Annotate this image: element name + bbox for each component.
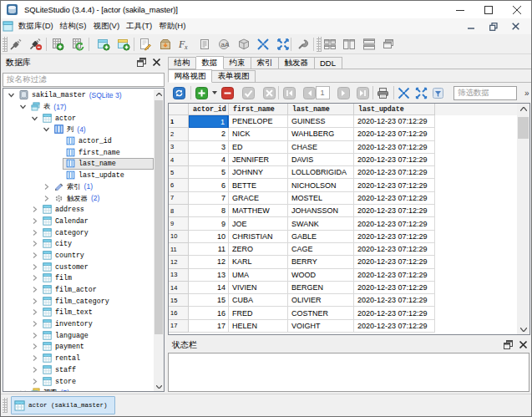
open-sql-editor-button[interactable] (136, 35, 155, 53)
tree-item-列[interactable]: 列(4) (3, 124, 154, 135)
grid-cell[interactable]: 16 (189, 307, 229, 319)
chevron-right-icon[interactable] (31, 332, 38, 339)
chevron-right-icon[interactable] (31, 343, 38, 350)
reload-full-data-button[interactable] (413, 84, 431, 102)
grid-cell[interactable]: 4 (189, 154, 229, 166)
grid-cell[interactable]: 9 (189, 217, 229, 230)
chevron-right-icon[interactable] (31, 297, 38, 305)
grid-cell[interactable]: 2020-12-23 07:12:29 (354, 154, 435, 166)
tab-4[interactable]: 触发器 (279, 57, 315, 69)
mdi-restore-button[interactable] (489, 23, 498, 31)
menu-item-1[interactable]: 结构(S) (57, 21, 90, 32)
grid-cell[interactable]: 2020-12-23 07:12:29 (354, 282, 435, 294)
grid-cell[interactable]: 2020-12-23 07:12:29 (354, 217, 435, 230)
chevron-right-icon[interactable] (31, 263, 38, 271)
add-row-button[interactable] (193, 84, 211, 102)
tree-item-actor_id[interactable]: actor_id (3, 135, 154, 147)
tree-item-country[interactable]: country (3, 250, 154, 262)
grid-cell[interactable]: SWANK (288, 217, 354, 230)
grid-cell[interactable]: JOHANSSON (288, 205, 354, 217)
grid-scrollbar[interactable] (517, 104, 529, 334)
grid-cell[interactable]: ED (229, 141, 288, 154)
tree-item-address[interactable]: address (3, 204, 154, 216)
grid-cell[interactable]: GABLE (288, 231, 354, 243)
grid-cell[interactable]: 2020-12-23 07:12:29 (354, 205, 435, 217)
mdi-tile-horizontal-button[interactable] (340, 35, 359, 53)
grid-cell[interactable]: JOE (229, 217, 288, 230)
tree-item-film_actor[interactable]: film_actor (3, 284, 154, 296)
row-number[interactable]: 13 (169, 269, 189, 282)
chevron-right-icon[interactable] (31, 308, 38, 316)
grid-cell[interactable]: WOOD (288, 269, 354, 282)
disconnect-database-button[interactable] (26, 35, 45, 53)
grid-cell[interactable]: GUINESS (288, 115, 354, 128)
grid-cell[interactable]: 2020-12-23 07:12:29 (354, 269, 435, 282)
grid-cell[interactable]: ZERO (229, 243, 288, 256)
grid-cell[interactable]: 12 (189, 256, 229, 268)
tree-item-Calendar[interactable]: Calendar (3, 216, 154, 227)
grid-cell[interactable]: CHRISTIAN (229, 231, 288, 243)
mdi-cascade-button[interactable] (379, 35, 398, 53)
extensions-button[interactable] (234, 35, 253, 53)
tree-item-language[interactable]: language (3, 329, 154, 341)
row-number[interactable]: 10 (169, 231, 189, 243)
column-header-last_name[interactable]: last_name (288, 104, 354, 115)
grid-cell[interactable]: 2020-12-23 07:12:29 (354, 256, 435, 268)
grid-cell[interactable]: GRACE (229, 192, 288, 205)
grid-cell[interactable]: 5 (189, 166, 229, 179)
mdi-close-button[interactable] (512, 23, 519, 30)
tree-item-rental[interactable]: rental (3, 353, 154, 364)
grid-cell[interactable]: CHASE (288, 141, 354, 154)
mdi-tile-vertical-button[interactable] (359, 35, 378, 53)
grid-cell[interactable]: 1 (189, 115, 229, 128)
grid-cell[interactable]: 10 (189, 231, 229, 243)
row-number[interactable]: 12 (169, 256, 189, 268)
grid-cell[interactable]: 2020-12-23 07:12:29 (354, 294, 435, 307)
taskbar-handle[interactable] (3, 398, 8, 413)
tab-1[interactable]: 数据 (196, 56, 224, 69)
chevron-down-icon[interactable] (31, 114, 38, 122)
row-number[interactable]: 14 (169, 282, 189, 294)
tree-item-staff[interactable]: staff (3, 364, 154, 376)
chevron-right-icon[interactable] (31, 229, 38, 236)
menu-item-4[interactable]: 帮助(H) (155, 21, 189, 32)
data-filter-input[interactable]: 筛选数据 (453, 86, 517, 100)
grid-cell[interactable]: CAGE (288, 243, 354, 256)
tree-item-store[interactable]: store (3, 375, 154, 387)
tree-item-film_text[interactable]: film_text (3, 307, 154, 318)
tree-item-表[interactable]: 表(17) (3, 101, 154, 113)
grid-cell[interactable]: 2020-12-23 07:12:29 (354, 128, 435, 140)
tree-item-actor[interactable]: actor (3, 112, 154, 124)
tree-item-customer[interactable]: customer (3, 261, 154, 272)
column-header-actor_id[interactable]: actor_id (189, 104, 229, 115)
grid-cell[interactable]: 17 (189, 320, 229, 333)
grid-cell[interactable]: 6 (189, 179, 229, 191)
tree-item-索引[interactable]: 索引(1) (3, 181, 154, 193)
row-number[interactable]: 8 (169, 205, 189, 217)
tree-scroll-thumb[interactable] (155, 100, 163, 334)
commit-changes-button[interactable] (240, 84, 258, 102)
grid-cell[interactable]: WAHLBERG (288, 128, 354, 140)
subtab-1[interactable]: 表单视图 (212, 70, 256, 83)
print-button[interactable] (374, 84, 393, 102)
grid-cell[interactable]: 3 (189, 141, 229, 154)
close-panel-icon[interactable] (517, 338, 529, 351)
filter-mode-button[interactable] (429, 84, 448, 102)
grid-cell[interactable]: 2020-12-23 07:12:29 (354, 115, 435, 128)
show-total-rows-button[interactable] (395, 84, 413, 102)
grid-cell[interactable]: PENELOPE (229, 115, 288, 128)
delete-row-button[interactable] (219, 84, 237, 102)
grid-cell[interactable]: MATTHEW (229, 205, 288, 217)
edit-database-button[interactable] (68, 35, 87, 53)
grid-cell[interactable]: 15 (189, 294, 229, 307)
grid-cell[interactable]: LOLLOBRIGIDA (288, 166, 354, 179)
add-database-button[interactable] (48, 35, 68, 53)
restore-all-windows-button[interactable] (273, 35, 292, 53)
row-number[interactable]: 16 (169, 307, 189, 319)
chevron-right-icon[interactable] (31, 217, 38, 225)
ddl-history-button[interactable] (195, 35, 214, 53)
import-button[interactable] (155, 35, 175, 53)
grid-cell[interactable]: COSTNER (288, 307, 354, 319)
subtab-0[interactable]: 网格视图 (168, 69, 212, 83)
grid-cell[interactable]: CUBA (229, 294, 288, 307)
